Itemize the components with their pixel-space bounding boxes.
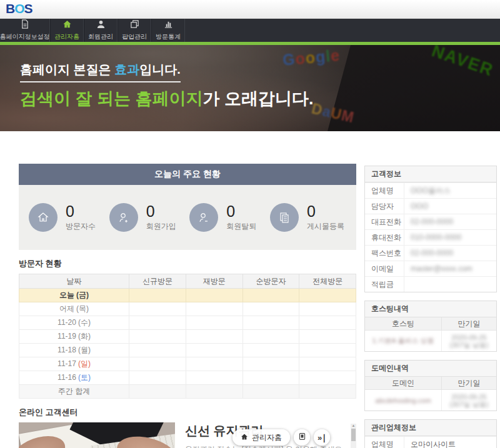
table-row-saturday[interactable]: 11-16(토) [19,371,356,385]
nav-label: 회원관리 [88,32,113,41]
home-icon [241,433,248,442]
domain-columns: 도메인 만기일 [365,377,496,390]
admin-home-label: 관리자홈 [252,432,282,443]
scrollbar-thumb[interactable] [351,429,356,441]
mobile-view-button[interactable] [294,429,310,446]
popup-windows-icon [130,19,139,31]
hero-line2: 검색이 잘 되는 홈페이지가 오래갑니다. [20,87,314,110]
management-company-title: 관리업체정보 [365,420,496,436]
nav-label: 관리자홈 [54,32,79,41]
hosting-panel: 호스팅내역 호스팅 만기일 1.기본A 플러스 상품 2020-09-25(30… [364,301,497,352]
table-row-weekly-total: 주간 합계 [19,385,356,399]
customer-center-title: 온라인 고객센터 [19,407,356,418]
tablet-icon [298,432,306,442]
nav-item-visit-stats[interactable]: 방문통계 [151,19,185,42]
stat-label: 방문자수 [66,221,96,232]
redacted-value: 2020-09-25 [451,393,486,401]
stat-signups[interactable]: 0 회원가입 [109,203,186,232]
stat-visitors[interactable]: 0 방문자수 [29,203,105,232]
document-icon [20,19,29,31]
customer-center-photo[interactable] [19,422,175,448]
redacted-value: OOO [411,202,428,211]
stat-label: 회원가입 [146,221,176,232]
domain-row[interactable]: abcdehosting.com 2020-09-25(307일 남음) [365,390,496,411]
today-summary-body: 0 방문자수 0 회원가입 0 회원탈퇴 0 게시물등록 [19,185,356,250]
stat-posts[interactable]: 0 게시물등록 [270,203,346,232]
nav-item-popups[interactable]: 팝업관리 [118,19,151,42]
column-header-revisits: 재방문 [186,274,242,289]
hosting-row[interactable]: 1.기본A 플러스 상품 2020-09-25(307일 남음) [365,331,496,351]
bar-chart-icon [164,19,173,31]
redacted-value: abcdehosting.com [375,397,431,404]
nav-item-admin-home[interactable]: 관리자홈 [50,19,84,42]
table-row-sunday[interactable]: 11-17(일) [19,357,356,371]
today-summary-panel: 오늘의 주요 현황 0 방문자수 0 회원가입 0 회원탈퇴 0 게시물등록 [19,164,356,250]
redacted-value: 02-000-0000 [411,217,453,226]
skip-forward-icon: »❘ [318,433,326,442]
column-header-total-visits: 전체방문 [299,274,356,289]
floating-toolbar: 관리자홈 »❘ [232,429,330,446]
user-icon [96,19,106,31]
redacted-value: master@xxxx.com [411,264,472,273]
nav-label: 방문통계 [156,32,181,41]
hero-banner: Google NAVER DaUM 홈페이지 본질은 효과입니다. 검색이 잘 … [0,45,500,131]
stat-withdrawals[interactable]: 0 회원탈퇴 [189,203,266,232]
admin-home-button[interactable]: 관리자홈 [232,429,290,446]
redacted-value: (307일 남음) [450,401,489,408]
hosting-title: 호스팅내역 [365,301,496,317]
redacted-value: 02-000-0000 [411,249,453,257]
stat-value: 0 [66,204,96,219]
hosting-columns: 호스팅 만기일 [365,317,496,331]
stat-label: 회원탈퇴 [226,221,256,232]
redacted-value: 2020-09-25 [451,334,486,341]
info-row-mobile-phone: 휴대전화 010-0000-0000 [365,229,496,245]
visitor-table-header: 날짜 신규방문 재방문 순방문자 전체방문 [19,274,356,289]
stat-value: 0 [307,204,344,219]
info-row-main-phone: 대표전화 02-000-0000 [365,214,496,229]
article-scrollbar[interactable]: ▲ [351,424,356,448]
info-row-points: 적립금 [365,276,496,292]
scroll-up-arrow[interactable]: ▲ [351,424,356,428]
hero-headline: 홈페이지 본질은 효과입니다. 검색이 잘 되는 홈페이지가 오래갑니다. [20,61,314,110]
documents-icon [270,203,299,232]
home-icon [29,203,58,232]
domain-title: 도메인내역 [365,361,496,377]
column-header-unique-visitors: 순방문자 [242,274,299,289]
redacted-value: 1.기본A 플러스 상품 [372,336,434,346]
info-row-management-company: 업체명 오마이사이트 [365,436,496,448]
bos-logo[interactable]: BOS [6,1,32,16]
table-row[interactable]: 11-19(화) [19,330,356,344]
nav-item-site-settings[interactable]: 홈페이지정보설정 [0,19,50,42]
nav-label: 홈페이지정보설정 [0,32,50,41]
top-bar: BOS [0,0,500,19]
visitor-table-title: 방문자 현황 [19,258,356,269]
stat-value: 0 [226,204,256,219]
info-row-company: 업체명 OOO플러스 [365,182,496,198]
user-plus-icon [109,203,138,232]
info-row-manager: 담당자 OOO [365,198,496,214]
collapse-toolbar-button[interactable]: »❘ [314,429,330,446]
stat-value: 0 [146,204,176,219]
table-row-today[interactable]: 오늘(금) [19,289,356,302]
column-header-date: 날짜 [19,274,129,289]
table-row[interactable]: 11-20(수) [19,316,356,330]
nav-label: 팝업관리 [122,32,147,41]
redacted-value: OOO플러스 [411,186,451,196]
table-row-yesterday[interactable]: 어제(목) [19,302,356,316]
visitor-table: 날짜 신규방문 재방문 순방문자 전체방문 오늘(금) 어제(목) 11-20(… [19,274,356,399]
nav-item-members[interactable]: 회원관리 [84,19,118,42]
redacted-value: (307일 남음) [450,341,489,349]
info-row-fax: 팩스번호 02-000-0000 [365,245,496,261]
domain-panel: 도메인내역 도메인 만기일 abcdehosting.com 2020-09-2… [364,360,497,411]
info-row-email: 이메일 master@xxxx.com [365,261,496,276]
home-icon [62,19,72,31]
today-summary-title: 오늘의 주요 현황 [19,164,356,185]
customer-info-panel: 고객정보 업체명 OOO플러스 담당자 OOO 대표전화 02-000-0000… [364,166,497,292]
main-nav: 홈페이지정보설정 관리자홈 회원관리 팝업관리 방문통계 [0,19,500,42]
user-minus-icon [189,203,218,232]
hero-line1: 홈페이지 본질은 효과입니다. [20,61,181,82]
table-row[interactable]: 11-18(월) [19,344,356,357]
main-content: 오늘의 주요 현황 0 방문자수 0 회원가입 0 회원탈퇴 0 게시물등록 [19,164,356,448]
management-company-panel: 관리업체정보 업체명 오마이사이트 [364,419,497,448]
redacted-value: 010-0000-0000 [411,233,461,242]
